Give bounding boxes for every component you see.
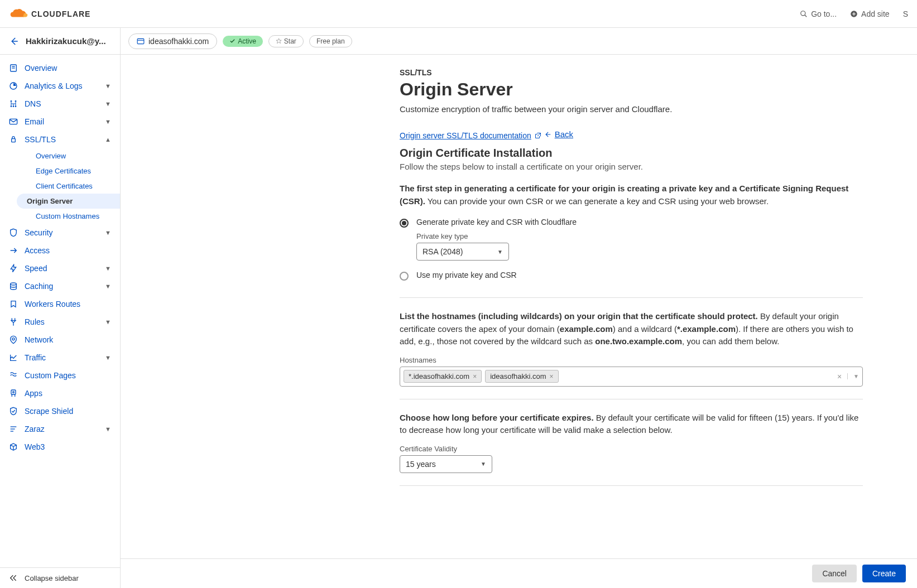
nav-icon [9, 264, 18, 273]
chevron-down-icon: ▼ [105, 83, 111, 89]
nav-icon [9, 135, 18, 144]
chevron-down-icon: ▼ [105, 118, 111, 125]
page-title: Origin Server [400, 79, 863, 100]
svg-point-13 [13, 105, 15, 107]
goto-button[interactable]: Go to... [800, 9, 837, 18]
addsite-button[interactable]: Add site [850, 9, 890, 18]
chevron-down-icon: ▼ [497, 249, 503, 255]
nav-icon [9, 117, 18, 126]
nav-icon [9, 246, 18, 255]
hostname-tag: ideasofhakki.com× [485, 370, 558, 383]
brand-text: CLOUDFLARE [31, 9, 90, 18]
sidebar-item-web3[interactable]: Web3 [0, 438, 120, 456]
chevron-down-icon: ▼ [105, 426, 111, 432]
breadcrumb: SSL/TLS [400, 68, 863, 77]
collapse-icon [9, 573, 18, 582]
sidebar-item-security[interactable]: Security▼ [0, 224, 120, 242]
sidebar-item-analytics-logs[interactable]: Analytics & Logs▼ [0, 77, 120, 95]
nav-icon [9, 81, 18, 90]
chevron-down-icon[interactable]: ▼ [847, 373, 859, 379]
brand-logo[interactable]: CLOUDFLARE [9, 8, 90, 20]
svg-point-14 [15, 105, 17, 107]
search-icon [800, 10, 808, 18]
chevron-down-icon: ▼ [105, 229, 111, 236]
pk-type-select[interactable]: RSA (2048) ▼ [416, 243, 509, 261]
domain-selector[interactable]: ideasofhakki.com [128, 33, 217, 49]
doc-link[interactable]: Origin server SSL/TLS documentation [400, 131, 541, 140]
nav-icon [9, 99, 18, 108]
sidebar-item-workers-routes[interactable]: Workers Routes [0, 295, 120, 313]
clear-icon[interactable]: × [837, 372, 842, 381]
chevron-up-icon: ▲ [105, 136, 111, 143]
sidebar-subitem-edge-certificates[interactable]: Edge Certificates [27, 163, 120, 179]
chevron-down-icon: ▼ [481, 461, 486, 467]
sidebar-item-network[interactable]: Network [0, 331, 120, 349]
svg-line-1 [805, 15, 807, 17]
page-description: Customize encryption of traffic between … [400, 104, 863, 114]
radio-own-csr[interactable] [400, 272, 409, 281]
back-arrow-icon[interactable] [9, 36, 19, 46]
nav-icon [9, 425, 18, 433]
topbar-more: S [903, 9, 908, 18]
hostnames-intro: List the hostnames (including wildcards)… [400, 310, 863, 348]
sidebar-item-speed[interactable]: Speed▼ [0, 259, 120, 277]
svg-point-11 [15, 100, 17, 102]
svg-point-17 [11, 283, 17, 285]
svg-point-10 [11, 100, 12, 102]
radio-generate[interactable] [400, 219, 409, 228]
chevron-down-icon: ▼ [105, 283, 111, 290]
sidebar-item-ssl-tls[interactable]: SSL/TLS▲ [0, 131, 120, 148]
sidebar-item-overview[interactable]: Overview [0, 59, 120, 77]
sidebar-item-rules[interactable]: Rules▼ [0, 313, 120, 331]
status-badge: Active [223, 36, 263, 47]
nav-icon [9, 228, 18, 237]
svg-point-0 [801, 11, 805, 15]
sidebar-subitem-custom-hostnames[interactable]: Custom Hostnames [27, 209, 120, 224]
star-icon [276, 38, 282, 44]
plus-circle-icon [850, 10, 858, 18]
validity-label: Certificate Validity [400, 445, 863, 453]
radio-generate-label: Generate private key and CSR with Cloudf… [416, 218, 863, 226]
remove-tag-icon[interactable]: × [550, 373, 554, 380]
sidebar-item-email[interactable]: Email▼ [0, 113, 120, 131]
check-icon [229, 38, 236, 44]
cloud-icon [9, 8, 29, 20]
nav-icon [9, 282, 18, 291]
back-link[interactable]: Back [544, 129, 573, 139]
svg-point-20 [13, 392, 15, 393]
sidebar-subitem-origin-server[interactable]: Origin Server [17, 194, 120, 209]
sidebar-item-dns[interactable]: DNS▼ [0, 95, 120, 113]
sidebar-item-apps[interactable]: Apps [0, 384, 120, 402]
hostnames-input[interactable]: *.ideasofhakki.com×ideasofhakki.com× × ▼ [400, 367, 863, 387]
svg-point-18 [12, 338, 15, 340]
create-button[interactable]: Create [862, 565, 906, 582]
svg-rect-19 [11, 390, 16, 394]
chevron-down-icon: ▼ [105, 319, 111, 325]
sidebar-item-traffic[interactable]: Traffic▼ [0, 349, 120, 367]
window-icon [137, 37, 145, 45]
cancel-button[interactable]: Cancel [812, 565, 857, 582]
sidebar-subitem-overview[interactable]: Overview [27, 148, 120, 163]
step1-text: The first step in generating a certifica… [400, 182, 863, 208]
nav-icon [9, 335, 18, 344]
hostnames-label: Hostnames [400, 356, 863, 364]
star-button[interactable]: Star [268, 35, 304, 47]
validity-select[interactable]: 15 years ▼ [400, 455, 492, 473]
sidebar-item-zaraz[interactable]: Zaraz▼ [0, 420, 120, 438]
sidebar-item-scrape-shield[interactable]: Scrape Shield [0, 402, 120, 420]
chevron-down-icon: ▼ [105, 100, 111, 107]
validity-intro: Choose how long before your certificate … [400, 412, 863, 437]
remove-tag-icon[interactable]: × [473, 373, 477, 380]
sidebar-item-caching[interactable]: Caching▼ [0, 277, 120, 295]
account-header[interactable]: Hakkirizakucuk@y... [0, 28, 120, 55]
sidebar-subitem-client-certificates[interactable]: Client Certificates [27, 179, 120, 194]
nav-icon [9, 353, 18, 362]
sidebar-item-access[interactable]: Access [0, 242, 120, 259]
section-title: Origin Certificate Installation [400, 147, 863, 160]
sidebar: Hakkirizakucuk@y... OverviewAnalytics & … [0, 28, 121, 588]
sidebar-item-custom-pages[interactable]: Custom Pages [0, 367, 120, 384]
nav-icon [9, 389, 18, 398]
nav-icon [9, 407, 18, 416]
collapse-sidebar[interactable]: Collapse sidebar [0, 567, 120, 588]
nav-icon [9, 442, 18, 451]
